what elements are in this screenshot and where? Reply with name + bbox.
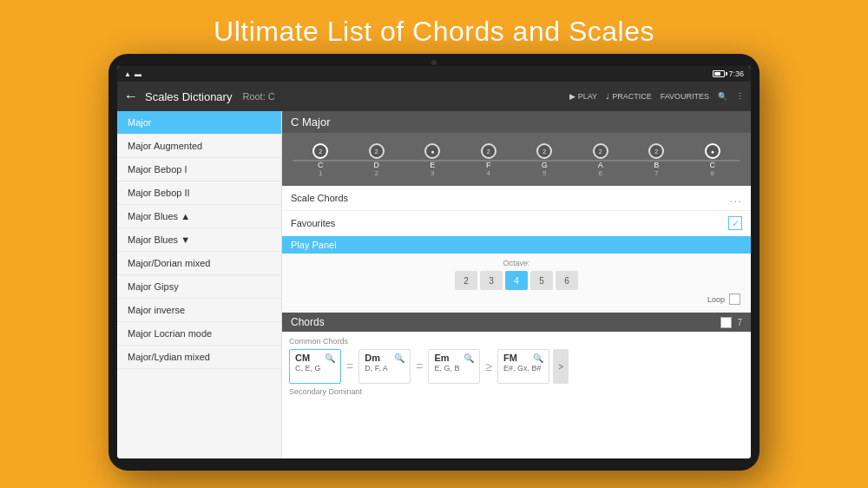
chord-fm-search[interactable]: 🔍	[533, 353, 543, 363]
scale-item-major-lydian[interactable]: Major/Lydian mixed	[117, 346, 281, 369]
loop-label: Loop	[707, 295, 725, 304]
tablet-body: ▲ ▬ 7:36 ← Scales Dictionary Root: C ▶	[108, 54, 760, 471]
chord-em-search[interactable]: 🔍	[464, 353, 474, 363]
chord-card-fm: FM 🔍 E#, Gx, B#	[497, 349, 549, 384]
chords-header: Chords 7	[282, 313, 751, 332]
signal-icon: ▲	[124, 70, 131, 78]
note-a-label: A	[598, 161, 603, 169]
status-bar: ▲ ▬ 7:36	[117, 66, 751, 82]
note-c-num: 1	[319, 169, 322, 177]
battery-icon	[713, 70, 725, 77]
play-panel-body: Octave: 2 3 4 5 6 Loop	[282, 254, 751, 313]
chord-dm-notes: D, F, A	[365, 364, 404, 373]
battery-fill	[714, 72, 720, 76]
time-display: 7:36	[728, 69, 744, 78]
play-panel-header: Play Panel	[282, 236, 751, 254]
note-f: 2	[481, 143, 496, 159]
note-g-label: G	[542, 161, 548, 169]
chords-next-arrow[interactable]: >	[553, 349, 569, 384]
chord-card-cm: CM 🔍 C, E, G	[289, 349, 341, 384]
scale-item-major-bebop-ii[interactable]: Major Bebop II	[117, 181, 281, 205]
scale-chords-dots[interactable]: ...	[729, 191, 742, 205]
more-icon: ⋮	[736, 92, 744, 101]
note-d-label: D	[374, 161, 380, 169]
more-button[interactable]: ⋮	[736, 92, 744, 101]
practice-icon: ♩	[606, 92, 609, 101]
scale-item-major-locrian[interactable]: Major Locrian mode	[117, 322, 281, 346]
note-c2: ●	[705, 143, 720, 159]
search-icon: 🔍	[718, 92, 727, 101]
chords-checkbox[interactable]	[720, 317, 732, 328]
secondary-dominant-label: Secondary Dominant	[289, 387, 744, 396]
favourites-label: FAVOURITES	[661, 92, 709, 101]
chord-fm-notes: E#, Gx, B#	[503, 364, 543, 373]
chord-cm-name: CM 🔍	[295, 353, 335, 363]
main-content: Major Major Augmented Major Bebop I Majo…	[117, 111, 751, 458]
note-d: 2	[369, 143, 385, 159]
scale-item-major-bebop-i[interactable]: Major Bebop I	[117, 158, 281, 181]
favourites-checkbox[interactable]: ✓	[728, 216, 742, 230]
chords-body: Common Chords CM 🔍 C, E, G =	[282, 332, 751, 401]
chord-card-em: Em 🔍 E, G, B	[428, 349, 480, 384]
chord-cards: CM 🔍 C, E, G = Dm 🔍	[289, 349, 744, 384]
root-label: Root: C	[242, 91, 274, 102]
note-b-num: 7	[654, 169, 658, 177]
back-button[interactable]: ←	[124, 89, 138, 104]
note-b-label: B	[654, 161, 659, 169]
note-b: 2	[648, 143, 664, 159]
chord-em-name: Em 🔍	[434, 353, 474, 363]
note-f-label: F	[486, 161, 491, 169]
play-button[interactable]: ▶ PLAY	[569, 92, 597, 101]
note-c-label: C	[318, 161, 324, 169]
scale-item-major-gipsy[interactable]: Major Gipsy	[117, 275, 281, 299]
note-f-num: 4	[487, 169, 490, 177]
note-e-num: 3	[431, 169, 434, 177]
camera-dot	[431, 60, 437, 65]
note-a-num: 6	[599, 169, 602, 177]
practice-button[interactable]: ♩ PRACTICE	[606, 92, 652, 101]
octave-btn-6[interactable]: 6	[556, 271, 578, 290]
play-icon: ▶	[569, 92, 575, 101]
scale-item-major-inverse[interactable]: Major inverse	[117, 299, 281, 322]
chord-em-notes: E, G, B	[434, 364, 474, 373]
scale-item-major[interactable]: Major	[117, 111, 281, 135]
app-bar: ← Scales Dictionary Root: C ▶ PLAY ♩ PRA…	[117, 82, 751, 111]
octave-buttons: 2 3 4 5 6	[291, 271, 742, 290]
note-g-num: 5	[542, 169, 546, 177]
chord-cm-search[interactable]: 🔍	[325, 353, 335, 363]
favourites-button[interactable]: FAVOURITES	[661, 92, 709, 101]
wifi-icon: ▬	[135, 70, 141, 78]
scale-item-major-augmented[interactable]: Major Augmented	[117, 135, 281, 158]
status-left: ▲ ▬	[124, 70, 141, 78]
scale-item-major-blues-up[interactable]: Major Blues ▲	[117, 205, 281, 228]
note-c2-label: C	[710, 161, 716, 169]
chords-title: Chords	[291, 316, 325, 328]
octave-btn-2[interactable]: 2	[455, 271, 477, 290]
octave-btn-4[interactable]: 4	[505, 271, 528, 290]
app-bar-actions: ▶ PLAY ♩ PRACTICE FAVOURITES 🔍 ⋮	[569, 92, 744, 101]
octave-btn-5[interactable]: 5	[530, 271, 553, 290]
scale-item-major-blues-down[interactable]: Major Blues ▼	[117, 228, 281, 252]
play-label: PLAY	[578, 92, 597, 101]
octave-label: Octave:	[291, 259, 742, 267]
common-chords-label: Common Chords	[289, 337, 744, 346]
practice-label: PRACTICE	[612, 92, 652, 101]
status-right: 7:36	[713, 69, 744, 78]
note-c: 2	[312, 143, 328, 159]
chords-count: 7	[737, 318, 742, 327]
scale-item-major-dorian[interactable]: Major/Dorian mixed	[117, 252, 281, 275]
scale-diagram: 2 C 1 2 D 2	[282, 133, 751, 186]
chord-sep-2: =	[414, 359, 424, 373]
note-g: 2	[536, 143, 552, 159]
note-e: ●	[424, 143, 440, 159]
loop-checkbox[interactable]	[729, 293, 740, 305]
app-title: Scales Dictionary	[145, 90, 232, 103]
favourites-row: Favourites ✓	[282, 211, 751, 236]
octave-btn-3[interactable]: 3	[480, 271, 503, 290]
note-c2-num: 8	[711, 169, 714, 177]
chord-sep-3: ≥	[483, 359, 494, 373]
search-button[interactable]: 🔍	[718, 92, 727, 101]
scale-list: Major Major Augmented Major Bebop I Majo…	[117, 111, 282, 458]
chord-dm-search[interactable]: 🔍	[394, 353, 404, 363]
note-a: 2	[593, 143, 608, 159]
